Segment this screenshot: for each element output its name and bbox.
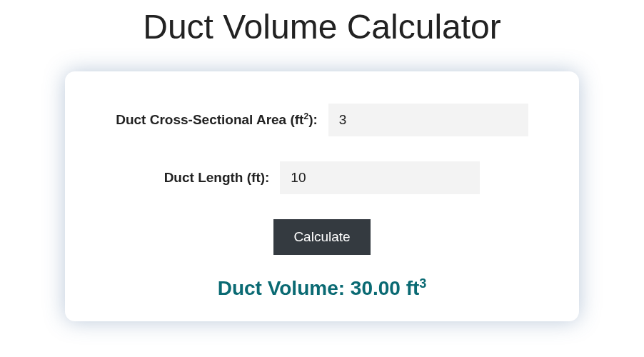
calculate-button[interactable]: Calculate [273,219,370,255]
area-label-post: ): [308,113,318,128]
area-row: Duct Cross-Sectional Area (ft2): [94,104,550,136]
result-unit-pre: ft [401,277,419,299]
length-input[interactable] [280,161,480,194]
area-input[interactable] [328,104,528,136]
result-text: Duct Volume: 30.00 ft3 [94,276,550,300]
calculator-card: Duct Cross-Sectional Area (ft2): Duct Le… [65,71,579,321]
length-row: Duct Length (ft): [94,161,550,194]
area-label: Duct Cross-Sectional Area (ft2): [116,111,318,128]
page-title: Duct Volume Calculator [0,7,644,46]
result-unit-sup: 3 [419,276,426,291]
result-prefix: Duct Volume: [218,277,351,299]
result-value: 30.00 [351,277,401,299]
button-row: Calculate [94,219,550,255]
length-label: Duct Length (ft): [164,170,270,186]
area-label-pre: Duct Cross-Sectional Area (ft [116,113,303,128]
